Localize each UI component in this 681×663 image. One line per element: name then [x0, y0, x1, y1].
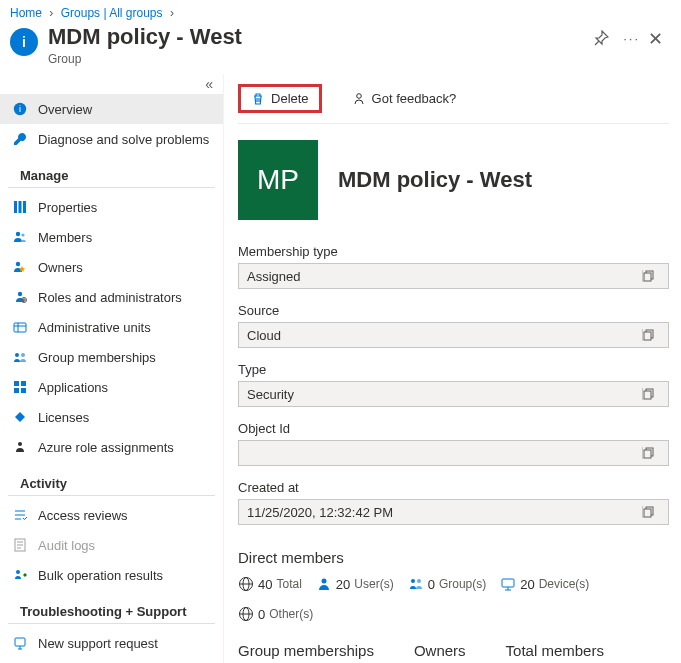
copy-icon[interactable]	[642, 329, 668, 341]
feedback-icon	[352, 92, 366, 106]
sidebar-item-roles[interactable]: Roles and administrators	[0, 282, 223, 312]
svg-rect-13	[14, 381, 19, 386]
sidebar-item-properties[interactable]: Properties	[0, 192, 223, 222]
svg-point-7	[16, 262, 20, 266]
copy-icon[interactable]	[642, 270, 668, 282]
more-icon[interactable]: ···	[623, 31, 640, 46]
breadcrumb-groups[interactable]: Groups | All groups	[61, 6, 163, 20]
sidebar-item-new-support[interactable]: New support request	[0, 628, 223, 658]
sidebar: « i Overview Diagnose and solve problems…	[0, 74, 223, 663]
summary-total[interactable]: 40 Total	[238, 576, 302, 592]
sidebar-section-manage: Manage	[8, 158, 215, 188]
group-avatar: MP	[238, 140, 318, 220]
svg-rect-15	[14, 388, 19, 393]
admin-units-icon	[12, 319, 28, 335]
sidebar-item-owners[interactable]: Owners	[0, 252, 223, 282]
collapse-sidebar-button[interactable]: «	[0, 74, 223, 94]
source-label: Source	[238, 303, 669, 318]
created-at-value: 11/25/2020, 12:32:42 PM	[239, 505, 642, 520]
type-field: Security	[238, 381, 669, 407]
membership-type-value: Assigned	[239, 269, 642, 284]
svg-point-17	[18, 442, 22, 446]
close-button[interactable]: ✕	[640, 24, 671, 54]
page-subtitle: Group	[48, 52, 585, 66]
svg-rect-16	[21, 388, 26, 393]
sidebar-item-label: Audit logs	[38, 538, 95, 553]
sidebar-item-label: Licenses	[38, 410, 89, 425]
direct-members-summary: 40 Total 20 User(s) 0 Group(s)	[238, 576, 669, 622]
direct-members-title: Direct members	[238, 549, 669, 566]
copy-icon[interactable]	[642, 447, 668, 459]
svg-point-12	[21, 353, 25, 357]
svg-rect-37	[502, 579, 514, 587]
breadcrumb-home[interactable]: Home	[10, 6, 42, 20]
sidebar-item-label: Roles and administrators	[38, 290, 182, 305]
globe-icon	[238, 606, 254, 622]
copy-icon[interactable]	[642, 388, 668, 400]
source-field: Cloud	[238, 322, 669, 348]
summary-users[interactable]: 20 User(s)	[316, 576, 394, 592]
sidebar-item-bulk-ops[interactable]: Bulk operation results	[0, 560, 223, 590]
sidebar-item-audit-logs: Audit logs	[0, 530, 223, 560]
roles-icon	[12, 289, 28, 305]
svg-point-36	[417, 579, 421, 583]
svg-rect-14	[21, 381, 26, 386]
svg-point-21	[356, 93, 361, 98]
svg-text:i: i	[19, 104, 21, 114]
breadcrumb: Home › Groups | All groups ›	[0, 0, 681, 20]
sidebar-item-label: Azure role assignments	[38, 440, 174, 455]
bulk-ops-icon	[12, 567, 28, 583]
sidebar-item-licenses[interactable]: Licenses	[0, 402, 223, 432]
copy-icon[interactable]	[642, 506, 668, 518]
azure-roles-icon	[12, 439, 28, 455]
sidebar-item-label: Bulk operation results	[38, 568, 163, 583]
sidebar-item-label: Diagnose and solve problems	[38, 132, 209, 147]
wrench-icon	[12, 131, 28, 147]
sidebar-item-overview[interactable]: i Overview	[0, 94, 223, 124]
svg-point-6	[21, 233, 24, 236]
feedback-label: Got feedback?	[372, 91, 457, 106]
device-icon	[500, 576, 516, 592]
summary-others[interactable]: 0 Other(s)	[238, 606, 313, 622]
source-value: Cloud	[239, 328, 642, 343]
toolbar: Delete Got feedback?	[238, 74, 669, 124]
sidebar-item-group-memberships[interactable]: Group memberships	[0, 342, 223, 372]
audit-logs-icon	[12, 537, 28, 553]
svg-point-19	[16, 570, 20, 574]
svg-rect-20	[15, 638, 25, 646]
pin-icon[interactable]	[593, 30, 609, 46]
svg-rect-3	[19, 201, 22, 213]
sidebar-item-label: Properties	[38, 200, 97, 215]
svg-rect-2	[14, 201, 17, 213]
sidebar-item-label: Owners	[38, 260, 83, 275]
svg-point-8	[18, 292, 22, 296]
svg-rect-4	[23, 201, 26, 213]
delete-label: Delete	[271, 91, 309, 106]
sidebar-item-members[interactable]: Members	[0, 222, 223, 252]
svg-rect-31	[644, 509, 651, 517]
svg-point-34	[321, 579, 326, 584]
group-memberships-heading: Group memberships	[238, 642, 374, 659]
created-at-label: Created at	[238, 480, 669, 495]
object-id-field	[238, 440, 669, 466]
sidebar-item-admin-units[interactable]: Administrative units	[0, 312, 223, 342]
sidebar-item-applications[interactable]: Applications	[0, 372, 223, 402]
members-icon	[12, 229, 28, 245]
sidebar-item-diagnose[interactable]: Diagnose and solve problems	[0, 124, 223, 154]
summary-devices[interactable]: 20 Device(s)	[500, 576, 589, 592]
group-name: MDM policy - West	[338, 167, 532, 193]
sidebar-item-access-reviews[interactable]: Access reviews	[0, 500, 223, 530]
sidebar-section-activity: Activity	[8, 466, 215, 496]
sidebar-section-support: Troubleshooting + Support	[8, 594, 215, 624]
owners-heading: Owners	[414, 642, 466, 659]
delete-button[interactable]: Delete	[238, 84, 322, 113]
svg-point-5	[16, 232, 20, 236]
page-header: i MDM policy - West Group ··· ✕	[0, 20, 681, 74]
svg-point-35	[411, 579, 415, 583]
feedback-button[interactable]: Got feedback?	[342, 87, 467, 110]
info-icon: i	[10, 28, 38, 56]
sidebar-item-azure-roles[interactable]: Azure role assignments	[0, 432, 223, 462]
summary-groups[interactable]: 0 Group(s)	[408, 576, 487, 592]
type-value: Security	[239, 387, 642, 402]
properties-icon	[12, 199, 28, 215]
